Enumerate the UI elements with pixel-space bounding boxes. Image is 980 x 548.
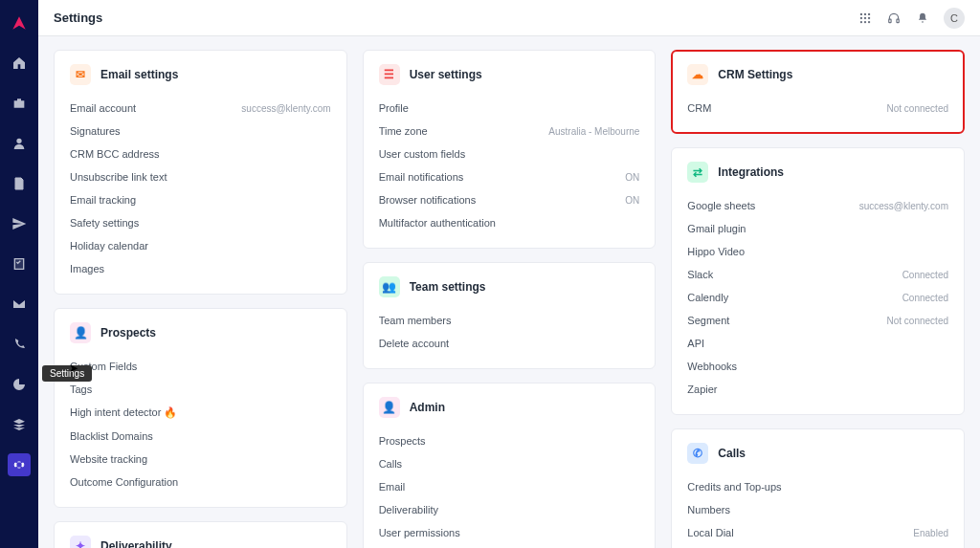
row-label: Local Dial [687, 527, 733, 538]
card-prospects: 👤 Prospects Custom FieldsTagsHigh intent… [54, 308, 347, 508]
row-label: Deliverability [379, 504, 438, 515]
settings-row[interactable]: User custom fields [379, 142, 640, 165]
row-label: Email [379, 481, 406, 493]
row-label: Calls [379, 458, 402, 470]
apps-icon[interactable] [858, 11, 873, 26]
settings-row[interactable]: Email tracking [70, 188, 331, 211]
settings-row[interactable]: CRMNot connected [687, 97, 948, 120]
settings-row[interactable]: Browser notificationsON [379, 188, 640, 211]
prospects-icon: 👤 [70, 322, 91, 343]
settings-row[interactable]: CalendlyConnected [687, 286, 948, 309]
settings-row[interactable]: Safety settings [70, 211, 331, 234]
card-rows: Credits and Top-upsNumbersLocal DialEnab… [687, 475, 948, 544]
settings-row[interactable]: Outcome Configuration [70, 471, 331, 493]
mail-settings-icon: ✉ [70, 64, 91, 85]
settings-row[interactable]: SlackConnected [687, 263, 948, 286]
settings-row[interactable]: Holiday calendar [70, 234, 331, 257]
settings-row[interactable]: API [687, 332, 948, 355]
sidebar-tooltip: Settings [42, 365, 92, 382]
settings-row[interactable]: Signatures [70, 120, 331, 142]
row-label: Holiday calendar [70, 240, 148, 252]
settings-row[interactable]: Gmail plugin [687, 217, 948, 240]
home-icon[interactable] [8, 52, 31, 75]
settings-row[interactable]: Unsubscribe link text [70, 165, 331, 188]
stack-icon[interactable] [8, 413, 31, 436]
settings-row[interactable]: Zapier [687, 378, 948, 401]
settings-row[interactable]: Website tracking [70, 448, 331, 471]
topbar: Settings C [38, 0, 980, 36]
avatar[interactable]: C [944, 8, 965, 29]
row-value: Connected [902, 293, 948, 303]
row-label: Tags [70, 384, 92, 395]
settings-row[interactable]: Numbers [687, 498, 948, 521]
row-label: Blacklist Domains [70, 430, 153, 442]
col-middle: ☰ User settings ProfileTime zoneAustrali… [363, 50, 657, 548]
card-integrations: ⇄ Integrations Google sheetssuccess@klen… [671, 147, 965, 415]
row-value: Not connected [887, 103, 949, 114]
row-label: Slack [687, 269, 713, 280]
settings-row[interactable]: Custom Fields [70, 355, 331, 378]
settings-row[interactable]: SegmentNot connected [687, 309, 948, 332]
svg-rect-10 [897, 19, 899, 23]
settings-row[interactable]: Time zoneAustralia - Melbourne [379, 120, 640, 142]
bell-icon[interactable] [915, 11, 930, 26]
settings-row[interactable]: Google sheetssuccess@klenty.com [687, 194, 948, 217]
user-settings-icon: ☰ [379, 64, 400, 85]
checklist-icon[interactable] [8, 252, 31, 275]
card-title: Email settings [100, 68, 178, 81]
row-label: CRM [687, 102, 711, 114]
document-icon[interactable] [8, 172, 31, 195]
card-title: Integrations [718, 165, 784, 179]
settings-row[interactable]: Blacklist Domains [70, 425, 331, 448]
settings-row[interactable]: High intent detector 🔥 [70, 401, 331, 425]
settings-row[interactable]: Credits and Top-ups [687, 475, 948, 498]
row-label: Webhooks [687, 361, 737, 372]
chart-icon[interactable] [8, 373, 31, 396]
settings-row[interactable]: Multifactor authentication [379, 211, 640, 234]
row-value: ON [625, 195, 639, 206]
row-label: Numbers [687, 504, 730, 515]
settings-row[interactable]: Delete account [379, 332, 640, 355]
briefcase-icon[interactable] [8, 92, 31, 115]
settings-row[interactable]: Images [70, 257, 331, 280]
gear-icon[interactable] [8, 453, 31, 476]
settings-row[interactable]: CRM BCC address [70, 142, 331, 165]
settings-row[interactable]: Prospects [379, 429, 640, 452]
card-user-settings: ☰ User settings ProfileTime zoneAustrali… [363, 50, 657, 249]
phone-icon[interactable] [8, 333, 31, 356]
row-label: Gmail plugin [687, 223, 746, 234]
integrations-icon: ⇄ [687, 162, 708, 183]
row-label: Images [70, 263, 104, 274]
card-header-calls: ✆ Calls [687, 443, 948, 464]
row-label: Website tracking [70, 453, 147, 465]
svg-point-7 [864, 20, 866, 22]
headset-icon[interactable] [886, 11, 902, 26]
card-team-settings: 👥 Team settings Team membersDelete accou… [363, 262, 657, 369]
row-label: Multifactor authentication [379, 217, 496, 229]
card-crm-settings: ☁ CRM Settings CRMNot connected [671, 50, 965, 134]
row-label: Email account [70, 102, 136, 114]
settings-row[interactable]: Webhooks [687, 355, 948, 378]
settings-row[interactable]: User permissions [379, 521, 640, 544]
settings-row[interactable]: Team members [379, 309, 640, 332]
mail-icon[interactable] [8, 293, 31, 316]
logo-icon[interactable] [8, 11, 31, 34]
settings-row[interactable]: Hippo Video [687, 240, 948, 263]
svg-rect-9 [889, 19, 891, 23]
settings-row[interactable]: Email accountsuccess@klenty.com [70, 97, 331, 120]
user-icon[interactable] [8, 132, 31, 155]
settings-row[interactable]: Email [379, 475, 640, 498]
settings-row[interactable]: Tags [70, 378, 331, 401]
card-header-deliverability: ✦ Deliverability [70, 536, 331, 548]
settings-row[interactable]: Email notificationsON [379, 165, 640, 188]
topbar-actions: C [858, 8, 965, 29]
card-deliverability: ✦ Deliverability [54, 521, 347, 548]
send-icon[interactable] [8, 212, 31, 235]
card-rows: Email accountsuccess@klenty.comSignature… [70, 97, 331, 280]
settings-row[interactable]: Profile [379, 97, 640, 120]
settings-row[interactable]: Local DialEnabled [687, 521, 948, 544]
settings-row[interactable]: Calls [379, 452, 640, 475]
settings-row[interactable]: Deliverability [379, 498, 640, 521]
svg-point-1 [864, 12, 866, 14]
page-title: Settings [54, 11, 102, 25]
